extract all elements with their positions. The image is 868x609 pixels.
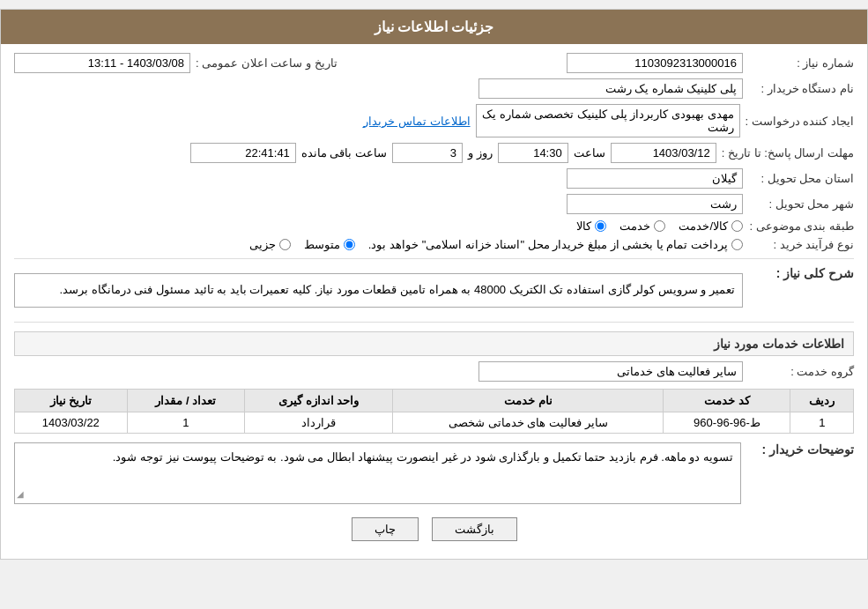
services-table: ردیف کد خدمت نام خدمت واحد اندازه گیری ت… <box>14 389 854 434</box>
creator-contact-link[interactable]: اطلاعات تماس خریدار <box>363 115 470 128</box>
process-label: نوع فرآیند خرید : <box>748 238 854 251</box>
buyer-comments-row: توضیحات خریدار : تسویه دو ماهه. فرم بازد… <box>14 442 854 504</box>
province-label: استان محل تحویل : <box>748 172 854 185</box>
radio-goods-label: کالا <box>576 219 591 233</box>
radio-goods-service-item: کالا/خدمت <box>679 219 743 233</box>
need-number-label: شماره نیاز : <box>748 56 854 70</box>
buyer-comments-text: تسویه دو ماهه. فرم بازدید حتما تکمیل و ب… <box>113 450 733 464</box>
province-field: گیلان <box>567 168 743 189</box>
col-unit: واحد اندازه گیری <box>245 389 393 412</box>
col-code: کد خدمت <box>664 389 790 412</box>
resize-icon: ◢ <box>17 487 24 501</box>
cell-name: سایر فعالیت های خدماتی شخصی <box>393 412 664 433</box>
separator-1 <box>14 258 854 259</box>
page-title: جزئیات اطلاعات نیاز <box>375 19 494 34</box>
radio-total[interactable] <box>731 239 743 250</box>
radio-partial[interactable] <box>279 239 291 250</box>
category-label: طبقه بندی موضوعی : <box>748 219 854 233</box>
station-label: نام دستگاه خریدار : <box>748 82 854 95</box>
time-field: 14:30 <box>498 143 568 163</box>
back-button[interactable]: بازگشت <box>432 517 517 541</box>
radio-service[interactable] <box>654 220 665 232</box>
radio-medium-item: متوسط <box>304 238 355 251</box>
row-response-time: مهلت ارسال پاسخ: تا تاریخ : 1403/03/12 س… <box>14 143 854 163</box>
radio-goods-service-label: کالا/خدمت <box>679 219 728 233</box>
col-qty: تعداد / مقدار <box>127 389 244 412</box>
button-row: بازگشت چاپ <box>14 517 854 541</box>
radio-partial-item: جزیی <box>249 238 291 251</box>
page-content: شماره نیاز : 1103092313000016 تاریخ و سا… <box>1 44 867 559</box>
announce-label: تاریخ و ساعت اعلان عمومی : <box>196 56 338 70</box>
col-name: نام خدمت <box>393 389 664 412</box>
row-announce-need: شماره نیاز : 1103092313000016 تاریخ و سا… <box>14 53 854 73</box>
services-section-title: اطلاعات خدمات مورد نیاز <box>14 331 854 356</box>
buyer-comments-field: تسویه دو ماهه. فرم بازدید حتما تکمیل و ب… <box>14 442 741 504</box>
radio-medium-label: متوسط <box>304 238 340 251</box>
date-field: 1403/03/12 <box>611 143 716 163</box>
description-label: شرح کلی نیاز : <box>748 266 854 280</box>
service-group-field: سایر فعالیت های خدماتی <box>479 361 743 382</box>
cell-date: 1403/03/22 <box>15 412 128 433</box>
page-header: جزئیات اطلاعات نیاز <box>1 10 867 44</box>
row-station: نام دستگاه خریدار : پلی کلینیک شماره یک … <box>14 78 854 99</box>
time-label: ساعت <box>574 146 605 160</box>
buyer-comments-label: توضیحات خریدار : <box>748 442 854 457</box>
services-table-container: ردیف کد خدمت نام خدمت واحد اندازه گیری ت… <box>14 389 854 434</box>
station-field: پلی کلینیک شماره یک رشت <box>479 78 743 99</box>
table-row: 1 ط-96-96-960 سایر فعالیت های خدماتی شخص… <box>15 412 854 433</box>
row-province: استان محل تحویل : گیلان <box>14 168 854 189</box>
city-label: شهر محل تحویل : <box>748 197 854 211</box>
table-header-row: ردیف کد خدمت نام خدمت واحد اندازه گیری ت… <box>15 389 854 412</box>
radio-goods[interactable] <box>595 220 606 232</box>
category-radio-group: کالا/خدمت خدمت کالا <box>576 219 743 233</box>
radio-service-item: خدمت <box>619 219 665 233</box>
need-number-field: 1103092313000016 <box>567 53 743 73</box>
row-service-group: گروه خدمت : سایر فعالیت های خدماتی <box>14 361 854 382</box>
response-time-label: مهلت ارسال پاسخ: تا تاریخ : <box>722 146 854 160</box>
cell-code: ط-96-96-960 <box>664 412 790 433</box>
radio-goods-service[interactable] <box>731 220 743 232</box>
separator-2 <box>14 322 854 323</box>
remaining-field: 22:41:41 <box>190 143 296 163</box>
creator-label: ایجاد کننده درخواست : <box>746 115 854 128</box>
radio-medium[interactable] <box>344 239 355 250</box>
radio-partial-label: جزیی <box>249 238 276 251</box>
radio-goods-item: کالا <box>576 219 606 233</box>
row-city: شهر محل تحویل : رشت <box>14 194 854 214</box>
announce-field: 1403/03/08 - 13:11 <box>14 53 190 73</box>
col-row: ردیف <box>790 389 854 412</box>
col-date: تاریخ نیاز <box>15 389 128 412</box>
radio-total-item: پرداخت تمام یا بخشی از مبلغ خریدار محل "… <box>368 238 743 251</box>
row-description: شرح کلی نیاز : تعمیر و سرویس کولر گازی ا… <box>14 266 854 315</box>
days-field: 3 <box>392 143 463 163</box>
cell-qty: 1 <box>127 412 244 433</box>
process-radio-group: پرداخت تمام یا بخشی از مبلغ خریدار محل "… <box>249 238 743 251</box>
service-group-label: گروه خدمت : <box>748 365 854 378</box>
row-creator: ایجاد کننده درخواست : مهدی بهبودی کاربرد… <box>14 104 854 137</box>
creator-field: مهدی بهبودی کاربرداز پلی کلینیک تخصصی شم… <box>476 104 740 137</box>
cell-unit: قرارداد <box>245 412 393 433</box>
page-wrapper: جزئیات اطلاعات نیاز شماره نیاز : 1103092… <box>0 9 868 560</box>
row-category: طبقه بندی موضوعی : کالا/خدمت خدمت کالا <box>14 219 854 233</box>
description-field: تعمیر و سرویس کولر گازی استفاده تک الکتر… <box>14 273 743 308</box>
row-process: نوع فرآیند خرید : پرداخت تمام یا بخشی از… <box>14 238 854 251</box>
remaining-label: ساعت باقی مانده <box>301 146 387 160</box>
print-button[interactable]: چاپ <box>352 517 419 541</box>
day-label: روز و <box>468 146 493 160</box>
city-field: رشت <box>567 194 743 214</box>
cell-row: 1 <box>790 412 854 433</box>
radio-service-label: خدمت <box>619 219 650 233</box>
radio-total-label: پرداخت تمام یا بخشی از مبلغ خریدار محل "… <box>368 238 728 251</box>
